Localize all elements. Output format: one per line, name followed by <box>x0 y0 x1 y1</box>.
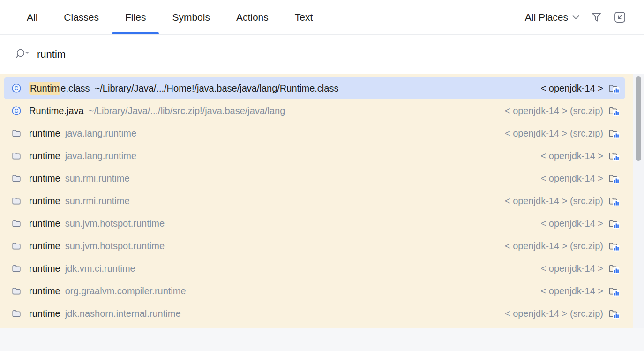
search-icon[interactable] <box>15 48 30 61</box>
tab-bar: All Classes Files Symbols Actions Text <box>14 0 326 34</box>
funnel-icon <box>591 11 602 23</box>
jdk-scope-label: < openjdk-14 > <box>541 286 603 297</box>
library-icon <box>608 151 620 161</box>
jdk-scope-label: < openjdk-14 > (src.zip) <box>505 308 603 319</box>
tab-label: All <box>27 12 37 23</box>
results-list: Runtime.class ~/Library/Java/.../Home!/j… <box>0 74 644 328</box>
class-icon <box>11 106 22 116</box>
library-icon <box>608 196 620 206</box>
tab-label: Files <box>125 12 146 23</box>
library-icon <box>608 83 620 94</box>
scrollbar-track[interactable] <box>633 74 644 328</box>
tab-classes[interactable]: Classes <box>51 0 112 34</box>
filter-button[interactable] <box>591 11 602 23</box>
package-path: sun.rmi.runtime <box>65 196 130 206</box>
package-path: java.lang.runtime <box>65 128 136 139</box>
library-icon <box>608 263 620 274</box>
folder-name: runtime <box>29 263 60 274</box>
package-path: java.lang.runtime <box>65 151 136 161</box>
tab-label: Symbols <box>172 12 210 23</box>
folder-icon <box>11 173 22 183</box>
package-path: sun.jvm.hotspot.runtime <box>65 218 165 229</box>
jdk-scope-label: < openjdk-14 > <box>541 173 603 184</box>
folder-icon <box>11 241 22 251</box>
folder-name: runtime <box>29 128 60 139</box>
result-row-runtime-java[interactable]: Runtime.java ~/Library/Java/.../lib/src.… <box>4 99 625 122</box>
library-icon <box>608 106 620 116</box>
library-icon <box>608 241 620 252</box>
result-row-folder[interactable]: runtime jdk.nashorn.internal.runtime < o… <box>4 302 625 325</box>
result-row-folder[interactable]: runtime org.graalvm.compiler.runtime < o… <box>4 280 625 302</box>
result-row-folder[interactable]: runtime sun.rmi.runtime < openjdk-14 > (… <box>4 190 625 212</box>
scrollbar-thumb[interactable] <box>636 76 641 161</box>
result-row-folder[interactable]: runtime java.lang.runtime < openjdk-14 > <box>4 145 625 167</box>
tab-symbols[interactable]: Symbols <box>159 0 223 34</box>
search-input[interactable]: runtim <box>0 35 644 74</box>
folder-icon <box>11 263 22 274</box>
jdk-scope-label: < openjdk-14 > <box>541 218 603 229</box>
search-query-text: runtim <box>37 48 66 61</box>
jdk-scope-label: < openjdk-14 > <box>541 263 603 274</box>
tab-label: Actions <box>236 12 269 23</box>
dialog-footer <box>0 328 644 351</box>
library-icon <box>608 218 620 229</box>
result-row-runtime-class[interactable]: Runtime.class ~/Library/Java/.../Home!/j… <box>4 77 625 99</box>
folder-name: runtime <box>29 218 60 229</box>
folder-name: runtime <box>29 241 60 252</box>
result-row-folder[interactable]: runtime java.lang.runtime < openjdk-14 >… <box>4 122 625 145</box>
tab-label: Classes <box>64 12 99 23</box>
folder-name: runtime <box>29 286 60 297</box>
chevron-down-icon <box>572 15 579 20</box>
jdk-scope-label: < openjdk-14 > <box>541 83 603 94</box>
file-name: Runtime.java <box>29 106 84 116</box>
jdk-scope-label: < openjdk-14 > (src.zip) <box>505 196 603 206</box>
package-path: org.graalvm.compiler.runtime <box>65 286 186 297</box>
scope-label: All Places <box>525 12 568 23</box>
file-name: Runtime.class <box>29 83 90 94</box>
package-path: jdk.nashorn.internal.runtime <box>65 308 181 319</box>
folder-icon <box>11 128 22 138</box>
package-path: sun.jvm.hotspot.runtime <box>65 241 165 252</box>
tab-actions[interactable]: Actions <box>223 0 282 34</box>
search-everywhere-header: All Classes Files Symbols Actions Text A… <box>0 0 644 35</box>
folder-icon <box>11 196 22 206</box>
class-icon <box>11 83 22 93</box>
tab-files[interactable]: Files <box>112 0 159 34</box>
jdk-scope-label: < openjdk-14 > (src.zip) <box>505 128 603 139</box>
tab-label: Text <box>295 12 313 23</box>
jdk-scope-label: < openjdk-14 > (src.zip) <box>505 106 603 116</box>
library-icon <box>608 308 620 319</box>
open-in-find-window-button[interactable] <box>614 11 626 23</box>
folder-icon <box>11 218 22 229</box>
scope-selector[interactable]: All Places <box>525 12 579 23</box>
tab-all[interactable]: All <box>14 0 51 34</box>
file-path: ~/Library/Java/.../Home!/java.base/java/… <box>95 83 339 94</box>
library-icon <box>608 286 620 297</box>
folder-name: runtime <box>29 173 60 184</box>
result-row-folder[interactable]: runtime jdk.vm.ci.runtime < openjdk-14 > <box>4 257 625 280</box>
library-icon <box>608 173 620 184</box>
tab-text[interactable]: Text <box>282 0 326 34</box>
package-path: jdk.vm.ci.runtime <box>65 263 135 274</box>
folder-name: runtime <box>29 308 60 319</box>
result-row-folder[interactable]: runtime sun.jvm.hotspot.runtime < openjd… <box>4 212 625 235</box>
jdk-scope-label: < openjdk-14 > <box>541 151 603 161</box>
folder-icon <box>11 286 22 296</box>
library-icon <box>608 128 620 139</box>
package-path: sun.rmi.runtime <box>65 173 130 184</box>
file-path: ~/Library/Java/.../lib/src.zip!/java.bas… <box>89 106 285 116</box>
folder-name: runtime <box>29 151 60 161</box>
jdk-scope-label: < openjdk-14 > (src.zip) <box>505 241 603 252</box>
folder-icon <box>11 308 22 319</box>
arrow-down-left-square-icon <box>614 11 626 23</box>
folder-name: runtime <box>29 196 60 206</box>
result-row-folder[interactable]: runtime sun.rmi.runtime < openjdk-14 > <box>4 167 625 190</box>
folder-icon <box>11 151 22 161</box>
result-row-folder[interactable]: runtime sun.jvm.hotspot.runtime < openjd… <box>4 235 625 257</box>
match-highlight: Runtim <box>29 82 60 95</box>
